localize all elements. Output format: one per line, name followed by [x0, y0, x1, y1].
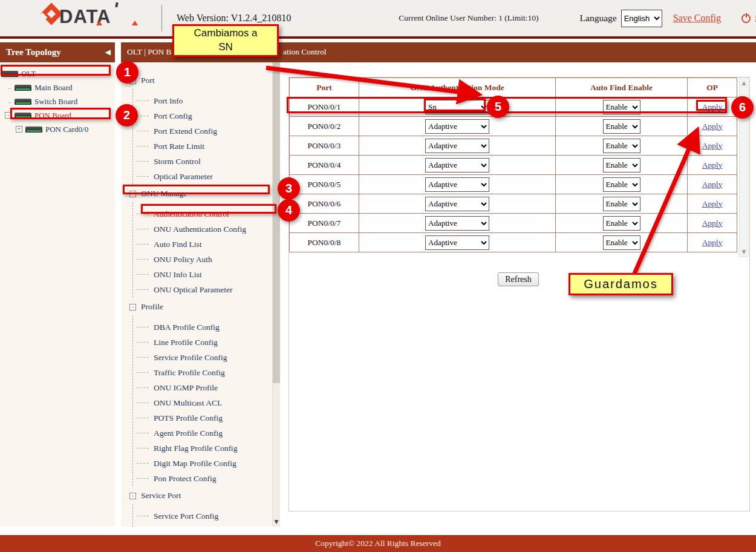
menu-item-onu-info-list[interactable]: ONU Info List [137, 267, 280, 282]
menu-group-service-port[interactable]: -Service Port [129, 489, 280, 502]
tree-item-pon-card0-0[interactable]: +PON Card0/0 [0, 122, 115, 136]
onu-auth-mode-select[interactable]: Adaptive [425, 139, 489, 153]
menu-item-onu-policy-auth[interactable]: ONU Policy Auth [137, 252, 280, 267]
menu-item-label: POTS Profile Config [154, 413, 223, 423]
menu-item-label: Port Extend Config [154, 126, 217, 136]
save-config-link[interactable]: Save Config [673, 13, 722, 24]
tree-item-main-board[interactable]: –Main Board [0, 80, 115, 94]
menu-item-right-flag-profile-config[interactable]: Right Flag Profile Config [137, 441, 280, 456]
apply-link[interactable]: Apply [702, 218, 723, 228]
onu-auth-mode-select[interactable]: Adaptive [425, 119, 489, 134]
auto-find-enable-select[interactable]: Enable [603, 177, 640, 192]
tree-branch-icon [137, 274, 149, 275]
onu-auth-mode-select[interactable]: Adaptive [425, 177, 489, 192]
auto-find-enable-select[interactable]: Enable [603, 139, 640, 153]
collapse-box-icon[interactable]: - [129, 304, 136, 310]
menu-item-label: Traffic Profile Config [154, 368, 225, 378]
menu-item-auto-find-list[interactable]: Auto Find List [137, 237, 280, 252]
menu-group-port[interactable]: -Port [129, 74, 280, 87]
auto-find-enable-select[interactable]: Enable [603, 119, 640, 134]
menu-item-port-extend-config[interactable]: Port Extend Config [137, 123, 280, 139]
menu-group-onu-manage[interactable]: -ONU Manage [129, 187, 280, 200]
device-icon [15, 113, 31, 119]
menu-item-port-config[interactable]: Port Config [137, 108, 280, 123]
scroll-down-icon[interactable]: ▼ [273, 519, 280, 525]
menu-item-traffic-profile-config[interactable]: Traffic Profile Config [137, 365, 280, 380]
menu-group-profile[interactable]: -Profile [129, 300, 280, 314]
collapse-box-icon[interactable]: - [129, 191, 136, 197]
menu-item-label: Port Info [154, 96, 183, 106]
menu-item-onu-optical-parameter[interactable]: ONU Optical Parameter [137, 282, 280, 297]
onu-auth-mode-select[interactable]: Adaptive [425, 158, 489, 172]
auto-find-enable-select[interactable]: Enable [603, 197, 640, 211]
menu-item-label: ONU Authentication Config [154, 225, 246, 234]
menu-item-authentication-control[interactable]: Authentication Control [137, 206, 280, 222]
auto-find-enable-select[interactable]: Enable [603, 100, 640, 114]
tree-item-pon-board[interactable]: -PON Board [0, 108, 115, 122]
auto-find-enable-select[interactable]: Enable [603, 158, 640, 172]
apply-link[interactable]: Apply [702, 102, 723, 111]
tree-topology-header: Tree Topology ◀ [0, 42, 115, 62]
menu-children: Service Port ConfigService Port Cur Perf [132, 504, 280, 527]
menu-item-label: Port Rate Limit [154, 142, 204, 151]
scroll-up-icon[interactable]: ▲ [740, 80, 748, 86]
menu-item-storm-control[interactable]: Storm Control [137, 154, 280, 169]
menu-item-service-port-config[interactable]: Service Port Config [137, 508, 280, 524]
menu-item-pots-profile-config[interactable]: POTS Profile Config [137, 410, 280, 426]
menu-item-agent-profile-config[interactable]: Agent Profile Config [137, 426, 280, 441]
menu-item-onu-authentication-config[interactable]: ONU Authentication Config [137, 222, 280, 237]
menu-item-pon-protect-config[interactable]: Pon Protect Config [137, 471, 280, 486]
tree-item-olt[interactable]: OLT [0, 67, 115, 80]
auto-find-enable-select[interactable]: Enable [603, 216, 640, 231]
tree-branch-icon [137, 433, 149, 433]
port-cell: PON0/0/3 [290, 136, 359, 156]
onu-auth-mode-select[interactable]: Adaptive [425, 216, 489, 231]
menu-item-port-info[interactable]: Port Info [137, 93, 280, 108]
menu-item-port-rate-limit[interactable]: Port Rate Limit [137, 139, 280, 154]
onu-auth-mode-select[interactable]: Adaptive [425, 197, 489, 211]
menu-item-optical-parameter[interactable]: Optical Parameter [137, 169, 280, 184]
apply-link[interactable]: Apply [702, 160, 723, 169]
menu-item-line-profile-config[interactable]: Line Profile Config [137, 335, 280, 350]
menu-item-service-port-cur-perf[interactable]: Service Port Cur Perf [137, 524, 280, 527]
apply-link[interactable]: Apply [702, 122, 723, 131]
menu-item-label: Digit Map Profile Config [154, 459, 236, 468]
expand-box-icon[interactable]: + [16, 126, 22, 133]
menu-scrollbar[interactable]: ▼ [272, 62, 280, 527]
tree-item-switch-board[interactable]: –Switch Board [0, 94, 115, 108]
table-header-row: PortONU Authentication ModeAuto Find Ena… [290, 78, 737, 97]
menu-item-label: Service Port Cur Perf [154, 527, 224, 527]
auto-find-enable-select[interactable]: Enable [603, 235, 640, 250]
column-header-onu-authentication-mode: ONU Authentication Mode [359, 78, 556, 97]
apply-link[interactable]: Apply [702, 199, 723, 208]
menu-item-onu-igmp-profile[interactable]: ONU IGMP Profile [137, 380, 280, 395]
menu-item-dba-profile-config[interactable]: DBA Profile Config [137, 320, 280, 335]
onu-auth-mode-select[interactable]: Sn [425, 100, 489, 114]
tree-branch-icon [137, 131, 149, 131]
onu-auth-mode-select[interactable]: Adaptive [425, 235, 489, 250]
menu-item-service-profile-config[interactable]: Service Profile Config [137, 350, 280, 365]
apply-link[interactable]: Apply [702, 141, 723, 150]
port-cell: PON0/0/7 [290, 214, 359, 233]
collapse-sidebar-icon[interactable]: ◀ [105, 48, 111, 56]
device-icon [15, 85, 31, 91]
collapse-box-icon[interactable]: - [129, 493, 136, 499]
menu-children: Port InfoPort ConfigPort Extend ConfigPo… [132, 89, 280, 184]
apply-link[interactable]: Apply [702, 238, 723, 247]
tree-branch-icon [137, 357, 149, 358]
language-select[interactable]: English [621, 10, 662, 27]
refresh-button[interactable]: Refresh [498, 272, 539, 286]
menu-item-label: Right Flag Profile Config [154, 444, 237, 453]
power-icon [741, 14, 751, 23]
collapse-box-icon[interactable]: - [129, 77, 136, 84]
menu-list: -PortPort InfoPort ConfigPort Extend Con… [121, 62, 280, 527]
tree-branch-icon [137, 342, 149, 343]
menu-item-onu-multicast-acl[interactable]: ONU Multicast ACL [137, 395, 280, 410]
tree-branch-icon [137, 214, 149, 214]
menu-scrollbar-thumb[interactable] [273, 62, 280, 383]
table-scrollbar[interactable]: ▲ ▼ [739, 77, 749, 257]
menu-item-digit-map-profile-config[interactable]: Digit Map Profile Config [137, 456, 280, 471]
collapse-box-icon[interactable]: - [5, 112, 11, 119]
scroll-down-icon[interactable]: ▼ [740, 249, 748, 255]
apply-link[interactable]: Apply [702, 180, 723, 189]
